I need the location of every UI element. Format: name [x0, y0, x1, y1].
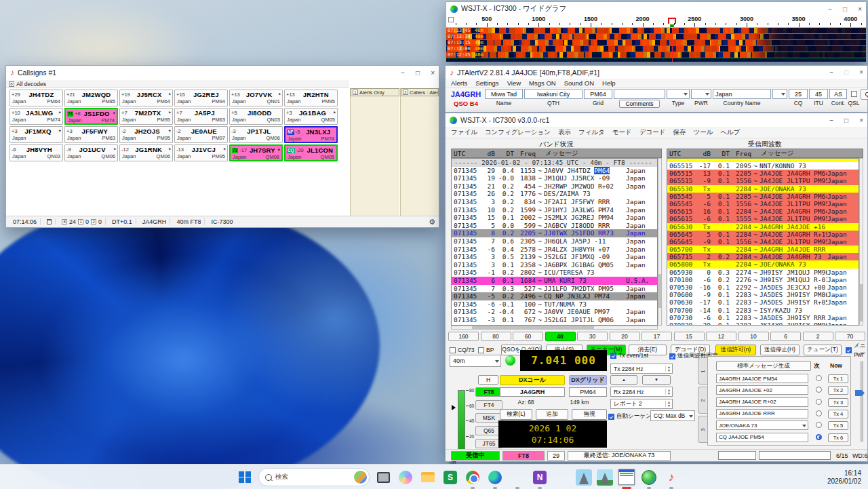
search-input[interactable]: 検索: [258, 468, 370, 486]
decode-row[interactable]: 065800Tx2284~JOE/ONAKA 73: [667, 260, 859, 268]
bp-row[interactable]: BP: [478, 345, 494, 355]
rig-status-led[interactable]: [505, 355, 515, 366]
band-activity-list[interactable]: ------ 2026-01-02 - 07:13:45 UTC - 40m -…: [451, 158, 658, 326]
action-button[interactable]: 送信許可(n): [715, 345, 756, 355]
callsign-cell[interactable]: +77M2DTX*JapanPM95: [119, 108, 173, 125]
close-icon[interactable]: ×: [859, 69, 863, 76]
tx-message-field[interactable]: JOE/ONAKA 73: [716, 420, 808, 430]
scale-checkbox[interactable]: [448, 17, 454, 22]
decode-row[interactable]: 065615160.12284~JA4JOE JA4GRH PM64Japan: [667, 208, 859, 215]
callsign-cell[interactable]: +3JG1BAG*JapanQM05: [284, 108, 338, 125]
qrz-button[interactable]: QRZ: [861, 89, 868, 100]
decode-row[interactable]: 065545-60.11556~JA4JOE JL1TPU PM95Japan: [667, 200, 859, 208]
callsign-cell[interactable]: +3JF5FWYJapanPM63: [64, 126, 118, 143]
tx-freq-spinner[interactable]: Tx 2284 Hz ▲▼: [610, 364, 673, 374]
menu-item[interactable]: ヘルプ: [720, 128, 740, 137]
ignore-button[interactable]: 無視: [572, 409, 607, 420]
band-select[interactable]: 40m: [450, 355, 501, 367]
continent-combo[interactable]: AS: [829, 89, 847, 99]
callsign-cell[interactable]: CQ-20JL1CONJapanQM05: [284, 144, 338, 161]
auto-seq-checkbox[interactable]: [608, 414, 614, 420]
callsign-cell[interactable]: -2JH2OJS*JapanPM95: [119, 126, 173, 143]
close-icon[interactable]: ×: [858, 5, 862, 13]
scrollbar-thumb[interactable]: [860, 284, 863, 321]
message-tab-2[interactable]: 2: [698, 387, 707, 414]
type-combo[interactable]: [667, 89, 690, 99]
maximize-icon[interactable]: □: [416, 69, 420, 77]
decode-row[interactable]: 070700-140.12283~ISY/KAZU 73: [667, 307, 859, 314]
edge-icon[interactable]: [486, 469, 504, 486]
band-button-160[interactable]: 160: [448, 332, 479, 341]
grid-field[interactable]: PM64: [584, 89, 612, 99]
decode-row[interactable]: ------ 2026-01-02 - 07:13:45 UTC - 40m -…: [452, 159, 657, 167]
decode-row[interactable]: 065515-90.11556~JA4JOE JL1TPU PM95Japan: [667, 177, 859, 184]
menu-item[interactable]: デコード: [639, 128, 666, 137]
next-radio[interactable]: [816, 434, 822, 440]
menu-item[interactable]: ツール: [693, 128, 713, 137]
decode-row[interactable]: 07134530.12358~JA6BPX JG1BAG QM05Japan: [452, 261, 657, 269]
jtalert-titlebar[interactable]: ♪ JTAlertV2 2.81.4 JA4JOE [40m,FT8,ADIF,…: [446, 66, 867, 79]
close-icon[interactable]: ×: [431, 69, 435, 77]
rx-freq-spinner[interactable]: Rx 2284 Hz ▲▼: [610, 387, 673, 397]
menu-item[interactable]: 保存: [673, 128, 686, 137]
minimize-icon[interactable]: −: [829, 117, 833, 124]
band-button-80[interactable]: 80: [481, 332, 511, 341]
qsl-checkbox[interactable]: [851, 91, 857, 97]
decode-row[interactable]: 06571520.22284~JA4JOE JA4GRH 73Japan: [667, 253, 859, 260]
callsign-cell[interactable]: +3JF1MXQ*Japan: [9, 126, 63, 143]
callsign-cell[interactable]: 73+8JS1FDO*JapanPM74: [64, 108, 118, 125]
callsign-cell[interactable]: -12JG1RNK*JapanQM06: [119, 144, 173, 161]
menu-checkbox[interactable]: [846, 347, 852, 353]
wsjtx-icon[interactable]: [640, 469, 658, 486]
action-button[interactable]: チューン(T): [804, 345, 842, 355]
hold-tx-freq-checkbox[interactable]: [669, 353, 675, 359]
callsign-cell[interactable]: -2JE0AUEJapanPM97: [174, 126, 228, 143]
extra-combo[interactable]: [772, 89, 787, 99]
generate-messages-button[interactable]: 標準メッセージ生成: [716, 361, 811, 371]
onenote-icon[interactable]: N: [531, 469, 549, 486]
decode-row[interactable]: 071345-50.22496~CQ NP JN3LXJ PM74Japan: [452, 292, 657, 300]
tx-message-field[interactable]: CQ JA4JOE PM54: [716, 433, 808, 442]
menu-item[interactable]: ファイル: [451, 128, 477, 137]
callsign-cell[interactable]: -9JO1UCV*JapanQM06: [64, 144, 118, 161]
rx-frequency-list[interactable]: 065515-170.12095~NNT/KONNO 73065515130.1…: [667, 158, 859, 326]
callsign-cell[interactable]: -6JH8VYHJapanQN03: [9, 144, 63, 161]
decode-row[interactable]: 07134519-0.01838~JM1QUJ JJ5RCX -09Japan: [452, 174, 657, 182]
frequency-scale[interactable]: 5001000150020002500300035004000: [446, 16, 866, 28]
mode-button-FT4[interactable]: FT4: [475, 400, 502, 410]
name-field[interactable]: Miwa Tad: [485, 89, 523, 99]
pwr-combo[interactable]: [691, 89, 711, 99]
jtalert-icon[interactable]: [618, 469, 635, 486]
widegraph-titlebar[interactable]: WSJT-X - IC7300 - ワイドグラフ − □ ×: [446, 2, 866, 16]
menu-item[interactable]: Help: [602, 79, 616, 87]
maximize-icon[interactable]: □: [844, 117, 848, 124]
minimize-icon[interactable]: −: [829, 69, 833, 76]
decode-row[interactable]: 06564550.12284~JA4JOE JA4GRH R+19Japan: [667, 231, 859, 238]
decode-row[interactable]: 070530-160.12292~JA5DES JE3CXJ +00Japan: [667, 283, 859, 291]
band-activity-vscrollbar[interactable]: [658, 158, 662, 326]
decode-row[interactable]: 071345260.21776~DES/ZAIMA 73: [452, 190, 657, 198]
lookup-button[interactable]: 検索(L): [500, 409, 532, 420]
explorer-icon[interactable]: [419, 469, 437, 486]
freq-down-button[interactable]: ▼: [642, 375, 671, 385]
menu-item[interactable]: コンフィグレーション: [485, 128, 551, 137]
callsign-cell[interactable]: +13JO7VVK*JapanQN01: [229, 90, 283, 106]
spinner-arrows-icon[interactable]: ▲▼: [665, 389, 672, 395]
next-radio[interactable]: [816, 399, 822, 405]
decode-row[interactable]: 071345-10.22802~ICU/TERESA 73: [452, 269, 657, 277]
snipping-icon[interactable]: [509, 469, 526, 486]
decode-row[interactable]: 07134570.3527~JJ1LFO 7M2DTX PM95Japan: [452, 285, 657, 293]
dx-callsign-link[interactable]: JA4GRH: [451, 89, 481, 99]
callsign-cell[interactable]: +5JI8ODDJapanQN03: [229, 108, 283, 125]
decode-row[interactable]: 065515130.12285~JA4JOE JA4GRH PM64Japan: [667, 170, 859, 177]
menu-item[interactable]: モード: [612, 128, 632, 137]
band-button-40[interactable]: 40: [545, 332, 576, 341]
callsign-cell[interactable]: +29JH4TDZJapanPM64: [9, 90, 63, 106]
callsign-cell[interactable]: +15JG2REJJapanPM94: [174, 90, 228, 106]
waterfall[interactable]: 07:13:4540m07:13:3040m07:13:1540m07:13:0…: [446, 28, 866, 62]
decode-row[interactable]: 071345290.41153~JA0VV JH4TDZ PM64Japan: [452, 167, 657, 175]
decode-row[interactable]: 071345150.12002~JS2MLX JG2REJ PM94Japan: [452, 214, 657, 222]
callsign-cell[interactable]: +13JR2HTNJapanPM95: [284, 90, 338, 106]
scrollbar-thumb[interactable]: [658, 274, 661, 308]
s-app-icon[interactable]: S: [441, 469, 459, 486]
